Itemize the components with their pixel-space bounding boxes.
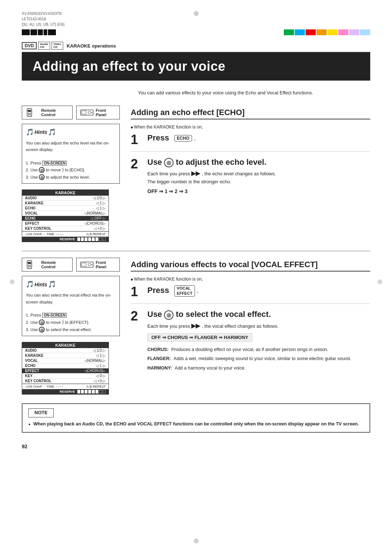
bottom-crosshair: ⊕ xyxy=(193,537,199,545)
echo-step1-num: 1 xyxy=(131,133,144,146)
vocal-screen-row-key: KEY◁ 0 ▷ xyxy=(22,374,109,379)
front-panel-label: Front Panel xyxy=(96,108,116,117)
echo-when: When the KARAOKE function is on, xyxy=(131,125,370,130)
page-title: Adding an effect to your voice xyxy=(33,59,359,74)
echo-step2-num: 2 xyxy=(131,158,144,171)
remote-icon xyxy=(26,107,39,118)
svg-point-16 xyxy=(30,266,31,268)
vocal-hints-title: 🎵 Hints 🎵 xyxy=(26,279,116,290)
vocal-remote-label: Remote Control xyxy=(41,260,69,269)
screen-row-audio: AUDIO◁ 1/3 ▷ xyxy=(22,196,109,201)
vocal-front-panel-label: Front Panel xyxy=(96,260,116,269)
svg-point-21 xyxy=(91,264,93,265)
screen-row-effect: EFFECT◁CHORUS▷ xyxy=(22,221,109,226)
vocal-screen-row-audio: AUDIO◁ 1/3 ▷ xyxy=(22,348,109,353)
svg-point-10 xyxy=(91,112,93,113)
region: [3U, 4U, US, UB, UT] (EN) xyxy=(22,23,65,26)
svg-point-14 xyxy=(30,265,31,266)
top-crosshair: ⊕ xyxy=(193,10,199,17)
echo-step2-title: Use ◎ to adjust the echo level. xyxy=(147,158,370,167)
echo-device-badges: Remote Control Front Panel xyxy=(22,106,120,119)
echo-right: Adding an echo effect [ECHO] When the KA… xyxy=(131,106,370,242)
screen-row-vocal: VOCAL◁NORMAL▷ xyxy=(22,211,109,216)
color-bar xyxy=(22,29,370,35)
vocal-screen-mockup: KARAOKE AUDIO◁ 1/3 ▷ KARAOKE◁ 1 ▷ VOCAL◁… xyxy=(22,342,109,395)
vocal-press-icon: ▶▶ xyxy=(191,323,201,329)
vocal-screen-row-vocal: VOCAL◁NORMAL▷ xyxy=(22,358,109,363)
vocal-dial-icon: ◎ xyxy=(164,310,173,320)
note-title: NOTE xyxy=(28,408,54,417)
echo-step2-desc: Each time you press ▶▶ , the echo level … xyxy=(147,169,370,185)
page-title-box: Adding an effect to your voice xyxy=(22,52,370,81)
video-cd-badge: VideoCD xyxy=(52,42,63,50)
echo-hints-box: 🎵 Hints 🎵 You can also adjust the echo l… xyxy=(22,124,120,184)
svg-rect-18 xyxy=(81,262,93,268)
svg-point-15 xyxy=(28,266,29,268)
screen-bottom-echo: ◁:03 CHAP ··· TIME :-·-·-·- A-B REPEAT xyxy=(22,231,109,237)
svg-rect-8 xyxy=(82,111,86,114)
echo-button-icon: ECHO xyxy=(174,135,192,142)
vocal-step2-title: Use ◎ to select the vocal effect. xyxy=(147,310,370,319)
hints-icon: 🎵 xyxy=(26,127,34,138)
svg-rect-19 xyxy=(82,263,86,266)
vocal-front-panel-badge: Front Panel xyxy=(76,258,120,272)
vocal-hints-box: 🎵 Hints 🎵 You can also select the vocal … xyxy=(22,276,120,336)
vocal-step2-desc: Each time you press ▶▶ , the vocal effec… xyxy=(147,321,370,331)
echo-hints-text: You can also adjust the echo level via t… xyxy=(26,140,116,153)
note-box: NOTE When playing back an Audio CD, the … xyxy=(22,403,370,433)
svg-point-20 xyxy=(88,264,91,266)
echo-heading: Adding an echo effect [ECHO] xyxy=(131,108,370,119)
echo-step1: 1 Press ECHO . xyxy=(131,133,370,152)
svg-point-13 xyxy=(28,265,29,266)
screen-row-echo-normal: ECHO◁ 1 ▷ xyxy=(22,206,109,211)
vocal-screen-reserve: RESERVE xyxy=(22,389,109,394)
code: LET0143-001A xyxy=(22,17,46,21)
vocal-left: Remote Control Front Panel 🎵 Hints xyxy=(22,258,120,395)
echo-left: Remote Control Front Panel 🎵 xyxy=(22,106,120,242)
section-sep xyxy=(22,251,370,251)
echo-hints-step1: 1. Press ON-SCREEN xyxy=(26,160,116,166)
dvd-badge: DVD xyxy=(22,42,37,49)
vocal-section: Remote Control Front Panel 🎵 Hints xyxy=(22,258,370,395)
svg-rect-12 xyxy=(28,262,31,264)
echo-step1-content: Press ECHO . xyxy=(147,133,370,144)
def-harmony: HARMONY: Add a harmony vocal to your voi… xyxy=(147,364,370,372)
vocal-step1: 1 Press VOCALEFFECT . xyxy=(131,285,370,304)
vocal-button-icon: VOCALEFFECT xyxy=(174,285,195,296)
vocal-screen-row-keycontrol: KEY CONTROL◁ +3 ▷ xyxy=(22,379,109,384)
vocal-step1-num: 1 xyxy=(131,285,144,298)
svg-rect-11 xyxy=(27,261,32,269)
svg-rect-1 xyxy=(28,110,31,111)
audio-cd-badge: AudioCD xyxy=(38,42,50,50)
vocal-screen-row-karaoke: KARAOKE◁ 1 ▷ xyxy=(22,353,109,358)
vocal-screen-row-effect: EFFECT◁CHORUS▷ xyxy=(22,368,109,374)
echo-dial-icon: ◎ xyxy=(164,158,173,167)
left-crosshair: ⊕ xyxy=(9,278,15,286)
screen-row-karaoke: KARAOKE◁ 1 ▷ xyxy=(22,201,109,206)
front-panel-badge: Front Panel xyxy=(76,106,120,119)
echo-section: Remote Control Front Panel 🎵 xyxy=(22,106,370,242)
section-header: DVD AudioCD VideoCD KARAOKE operations xyxy=(22,42,370,50)
vocal-device-badges: Remote Control Front Panel xyxy=(22,258,120,272)
note-text: When playing back an Audio CD, the ECHO … xyxy=(28,420,364,428)
vocal-when: When the KARAOKE function is on, xyxy=(131,277,370,282)
vocal-heading: Adding various effects to vocal [VOCAL E… xyxy=(131,260,370,272)
echo-screen-mockup: KARAOKE AUDIO◁ 1/3 ▷ KARAOKE◁ 1 ▷ ECHO◁ … xyxy=(22,189,109,242)
svg-point-2 xyxy=(28,113,29,114)
vocal-hints-step3: 3. Use ◎ to select the vocal effect. xyxy=(26,326,116,333)
front-panel-icon xyxy=(80,107,94,118)
def-flanger: FLANGER: Adds a wet, metallic sweeping s… xyxy=(147,355,370,363)
model-number: XV-K505GD/XV-K503TN xyxy=(22,12,62,16)
svg-rect-7 xyxy=(81,110,93,115)
vocal-right: Adding various effects to vocal [VOCAL E… xyxy=(131,258,370,395)
vocal-step1-content: Press VOCALEFFECT . xyxy=(147,285,370,298)
vocal-remote-icon xyxy=(26,260,39,270)
vocal-step2: 2 Use ◎ to select the vocal effect. Each… xyxy=(131,310,370,379)
echo-step1-title: Press ECHO . xyxy=(147,133,370,143)
vocal-step1-title: Press VOCALEFFECT . xyxy=(147,285,370,296)
black-bars xyxy=(22,29,56,35)
page-number: 92 xyxy=(22,444,370,449)
echo-press-icon: ▶▶ xyxy=(191,170,201,176)
right-crosshair: ⊕ xyxy=(377,278,383,286)
svg-point-6 xyxy=(29,114,30,115)
